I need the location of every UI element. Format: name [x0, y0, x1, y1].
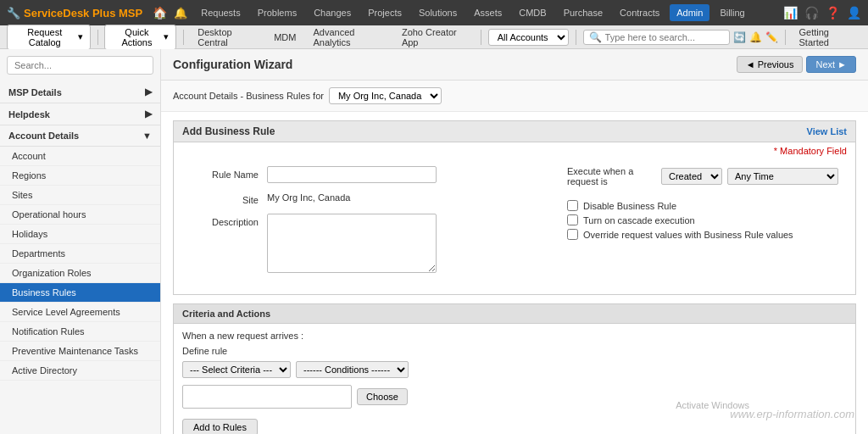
chevron-right-icon-2: ▶ [145, 108, 152, 120]
sidebar-group-account-details-label: Account Details [8, 131, 79, 141]
zoho-creator-btn[interactable]: Zoho Creator App [395, 25, 474, 49]
execute-status-dropdown[interactable]: Created Modified Deleted [661, 168, 722, 185]
disable-rule-checkbox[interactable] [567, 200, 578, 211]
nav-billing[interactable]: Billing [713, 4, 751, 21]
top-navigation: 🔧 ServiceDesk Plus MSP 🏠 🔔 Requests Prob… [0, 0, 868, 25]
conditions-dropdown[interactable]: ------ Conditions ------ [296, 361, 409, 378]
brand-logo: 🔧 ServiceDesk Plus MSP [7, 7, 142, 19]
criteria-controls: --- Select Criteria --- ------ Condition… [182, 361, 847, 378]
desktop-central-btn[interactable]: Desktop Central [191, 25, 264, 49]
previous-button[interactable]: ◄ Previous [737, 56, 804, 73]
criteria-define-label: Define rule [182, 346, 847, 356]
rule-name-input[interactable] [267, 166, 437, 183]
add-to-rules-button[interactable]: Add to Rules [182, 419, 258, 434]
nav-purchase[interactable]: Purchase [557, 4, 609, 21]
sidebar-item-business-rules[interactable]: Business Rules [0, 283, 160, 303]
form-left-column: Rule Name Site My Org Inc, Canada [191, 166, 550, 284]
override-values-checkbox[interactable] [567, 229, 578, 240]
criteria-select-dropdown[interactable]: --- Select Criteria --- [182, 361, 291, 378]
nav-problems[interactable]: Problems [251, 4, 303, 21]
bell-icon[interactable]: 🔔 [174, 7, 187, 19]
brand-icon: 🔧 [7, 7, 20, 19]
quick-actions-btn[interactable]: Quick Actions ▾ [104, 25, 176, 50]
sidebar-item-operational-hours[interactable]: Operational hours [0, 205, 160, 225]
help-icon[interactable]: ❓ [826, 6, 840, 19]
nav-contracts[interactable]: Contracts [613, 4, 666, 21]
advanced-analytics-btn[interactable]: Advanced Analytics [306, 25, 391, 49]
search-input[interactable] [605, 32, 724, 42]
getting-started-btn[interactable]: Getting Started [792, 25, 861, 49]
nav-changes[interactable]: Changes [307, 4, 358, 21]
all-accounts-dropdown[interactable]: All Accounts [488, 29, 569, 46]
toolbar-search-container: 🔍 [583, 30, 730, 45]
chevron-down-icon: ▼ [142, 131, 152, 141]
sidebar-item-sla[interactable]: Service Level Agreements [0, 303, 160, 322]
view-list-link[interactable]: View List [807, 126, 847, 136]
home-icon[interactable]: 🏠 [153, 6, 167, 19]
nav-assets[interactable]: Assets [467, 4, 509, 21]
edit-icon[interactable]: ✏️ [765, 31, 778, 43]
nav-requests[interactable]: Requests [194, 4, 247, 21]
headset-icon[interactable]: 🎧 [804, 6, 819, 19]
override-values-label: Override request values with Business Ru… [583, 230, 793, 240]
choose-button[interactable]: Choose [357, 388, 408, 405]
toolbar-separator-2 [183, 30, 184, 45]
nav-cmdb[interactable]: CMDB [512, 4, 553, 21]
breadcrumb: Account Details - Business Rules for My … [161, 81, 868, 112]
sidebar-item-preventive-maintenance[interactable]: Preventive Maintenance Tasks [0, 342, 160, 361]
sidebar-group-helpdesk-label: Helpdesk [8, 109, 50, 120]
refresh-icon[interactable]: 🔄 [733, 31, 746, 43]
nav-projects[interactable]: Projects [361, 4, 409, 21]
execute-row: Execute when a request is Created Modifi… [567, 166, 838, 186]
sidebar-item-sites[interactable]: Sites [0, 186, 160, 205]
content-header: Configuration Wizard ◄ Previous Next ► [161, 49, 868, 81]
next-button[interactable]: Next ► [806, 56, 856, 73]
site-label: Site [191, 192, 267, 205]
execute-time-dropdown[interactable]: Any Time Business Hours Non-Business Hou… [727, 168, 838, 185]
main-layout: MSP Details ▶ Helpdesk ▶ Account Details… [0, 49, 868, 434]
cascade-execution-label: Turn on cascade execution [583, 215, 695, 225]
description-field-container [267, 214, 550, 275]
sidebar-group-msp-details[interactable]: MSP Details ▶ [0, 81, 160, 103]
sidebar-group-account-details[interactable]: Account Details ▼ [0, 125, 160, 147]
chart-icon[interactable]: 📊 [783, 6, 798, 19]
wizard-navigation: ◄ Previous Next ► [737, 56, 856, 73]
quick-actions-label: Quick Actions [112, 27, 161, 47]
description-row: Description [191, 214, 550, 275]
dropdown-arrow-icon: ▾ [78, 31, 83, 42]
nav-admin[interactable]: Admin [670, 4, 709, 21]
sidebar-search-input[interactable] [7, 56, 153, 75]
form-body: Rule Name Site My Org Inc, Canada [174, 156, 855, 294]
sidebar-item-notification-rules[interactable]: Notification Rules [0, 322, 160, 342]
page-title: Configuration Wizard [173, 58, 292, 71]
request-catalog-btn[interactable]: Request Catalog ▾ [7, 25, 91, 50]
site-value-container: My Org Inc, Canada [267, 192, 550, 203]
org-dropdown[interactable]: My Org Inc, Canada [329, 87, 442, 104]
mdm-btn[interactable]: MDM [267, 31, 303, 44]
sidebar-item-organization-roles[interactable]: Organization Roles [0, 264, 160, 283]
sidebar-item-holidays[interactable]: Holidays [0, 225, 160, 244]
sidebar-search-container [0, 49, 160, 81]
sidebar-item-departments[interactable]: Departments [0, 244, 160, 264]
mandatory-field-note: * Mandatory Field [174, 142, 855, 156]
notification-badge-icon[interactable]: 🔔 [749, 31, 762, 43]
override-values-row: Override request values with Business Ru… [567, 229, 838, 240]
nav-solutions[interactable]: Solutions [412, 4, 464, 21]
sidebar-group-msp-details-label: MSP Details [8, 87, 62, 97]
criteria-when-note: When a new request arrives : [182, 331, 847, 341]
criteria-section-header: Criteria and Actions [174, 304, 855, 324]
criteria-value-input[interactable] [182, 385, 352, 409]
description-label: Description [191, 214, 267, 227]
sidebar-item-regions[interactable]: Regions [0, 166, 160, 186]
toolbar-separator-3 [481, 30, 481, 45]
sidebar: MSP Details ▶ Helpdesk ▶ Account Details… [0, 49, 161, 434]
description-textarea[interactable] [267, 214, 437, 273]
sidebar-item-active-directory[interactable]: Active Directory [0, 361, 160, 381]
checkboxes-container: Disable Business Rule Turn on cascade ex… [567, 200, 838, 243]
cascade-execution-checkbox[interactable] [567, 214, 578, 225]
sidebar-group-helpdesk[interactable]: Helpdesk ▶ [0, 103, 160, 125]
sidebar-item-account[interactable]: Account [0, 147, 160, 166]
user-icon[interactable]: 👤 [847, 6, 861, 19]
watermark-text: www.erp-information.com [730, 408, 854, 420]
rule-name-field-container [267, 166, 550, 183]
